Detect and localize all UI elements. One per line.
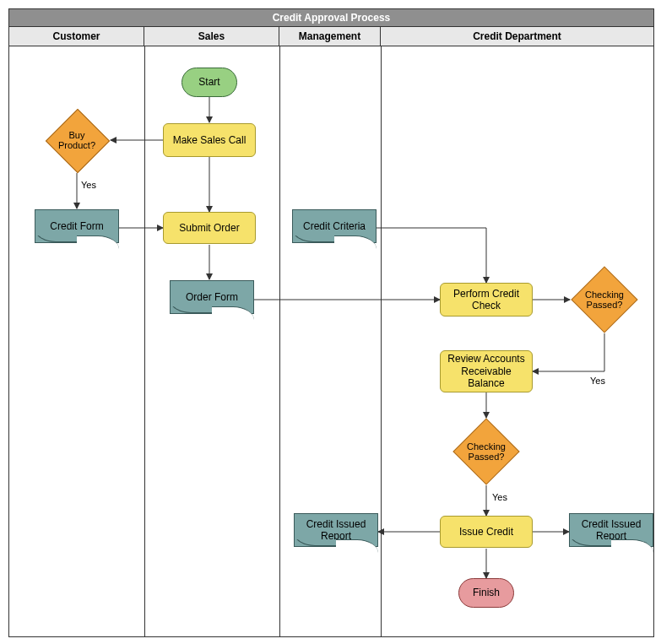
lane-divider xyxy=(279,46,280,636)
lane-divider xyxy=(144,46,145,636)
buy-product-decision: Buy Product? xyxy=(45,108,109,172)
finish-node: Finish xyxy=(458,578,514,608)
lane-header-credit: Credit Department xyxy=(381,27,653,46)
edge-label-yes: Yes xyxy=(81,180,96,190)
edge-label-yes: Yes xyxy=(492,492,507,502)
credit-criteria-doc: Credit Criteria xyxy=(292,209,377,243)
swimlane-diagram: Credit Approval Process Customer Sales M… xyxy=(8,8,654,637)
checking-passed-2-decision: Checking Passed? xyxy=(452,418,520,485)
credit-report-right-doc: Credit Issued Report xyxy=(569,513,653,547)
lanes-area: Start Make Sales Call Buy Product? Credi… xyxy=(9,46,653,636)
issue-credit-node: Issue Credit xyxy=(440,516,533,548)
review-ar-balance-node: Review Accounts Receivable Balance xyxy=(440,350,533,392)
order-form-doc: Order Form xyxy=(170,280,254,314)
lane-divider xyxy=(381,46,382,636)
lane-headers: Customer Sales Management Credit Departm… xyxy=(9,27,653,46)
submit-order-node: Submit Order xyxy=(163,212,256,244)
lane-header-sales: Sales xyxy=(144,27,279,46)
perform-credit-check-node: Perform Credit Check xyxy=(440,283,533,317)
credit-report-left-doc: Credit Issued Report xyxy=(294,513,378,547)
lane-header-customer: Customer xyxy=(9,27,144,46)
lane-header-management: Management xyxy=(279,27,381,46)
make-sales-call-node: Make Sales Call xyxy=(163,123,256,157)
start-node: Start xyxy=(182,68,237,97)
credit-form-doc: Credit Form xyxy=(35,209,119,243)
checking-passed-1-decision: Checking Passed? xyxy=(571,266,638,333)
diagram-title: Credit Approval Process xyxy=(9,9,653,27)
edge-label-yes: Yes xyxy=(590,376,605,386)
